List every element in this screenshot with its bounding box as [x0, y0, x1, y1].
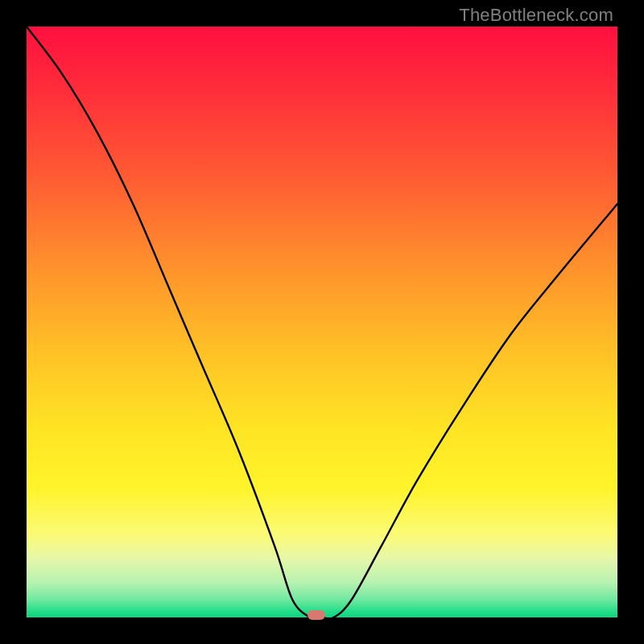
curve-path: [27, 27, 617, 617]
optimal-point-marker: [308, 610, 325, 620]
chart-frame: TheBottleneck.com: [0, 0, 644, 644]
attribution-watermark: TheBottleneck.com: [459, 5, 613, 26]
bottleneck-curve: [27, 27, 617, 617]
plot-area: [27, 27, 617, 617]
